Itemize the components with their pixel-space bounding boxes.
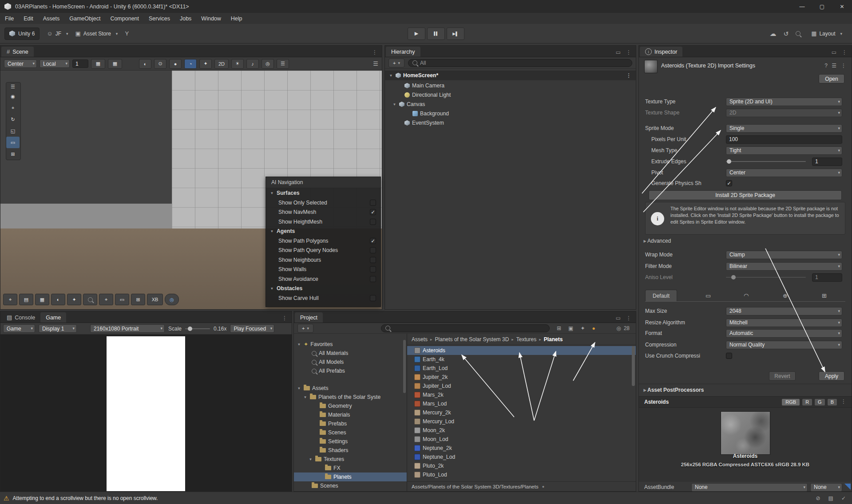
rotate-tool[interactable]: ↻ — [6, 114, 20, 125]
hierarchy-item-canvas[interactable]: Canvas — [385, 100, 636, 109]
focus-dropdown[interactable]: Play Focused — [230, 324, 274, 333]
maximize-button[interactable]: ▢ — [812, 0, 832, 13]
tree-shaders[interactable]: Shaders — [294, 446, 407, 455]
advanced-foldout[interactable]: Advanced — [639, 236, 852, 245]
help-icon[interactable]: ? — [824, 63, 828, 69]
mesh-type-dropdown[interactable]: Tight — [726, 146, 842, 155]
channel-g-button[interactable]: G — [814, 398, 825, 406]
console-status-icon[interactable]: ▤ — [828, 495, 833, 501]
project-menu-icon[interactable]: ⋮ — [626, 315, 631, 321]
use-crunch-checkbox[interactable] — [726, 353, 732, 359]
checkbox[interactable] — [370, 295, 376, 301]
favorites-header[interactable]: ✦Favorites — [294, 340, 407, 349]
tree-scenes[interactable]: Scenes — [294, 428, 407, 437]
hierarchy-menu-icon[interactable]: ⋮ — [626, 49, 631, 55]
step-button[interactable]: ▶▌ — [447, 28, 464, 40]
project-create-button[interactable]: + — [297, 324, 313, 333]
tab-scene[interactable]: # Scene — [1, 47, 34, 57]
menu-edit[interactable]: Edit — [19, 16, 38, 22]
extrude-edges-slider[interactable] — [726, 161, 806, 162]
rect-tool[interactable]: ▭ — [6, 137, 20, 148]
gizmo-search-button[interactable] — [83, 294, 97, 305]
tree-settings-root[interactable]: Settings — [294, 490, 407, 491]
transform-tool[interactable]: ⊞ — [6, 148, 20, 160]
channel-rgb-button[interactable]: RGB — [781, 398, 800, 406]
checkbox[interactable]: ✓ — [370, 209, 376, 215]
checkbox[interactable] — [370, 276, 376, 282]
format-dropdown[interactable]: Automatic — [726, 329, 842, 338]
platform-web-icon[interactable]: ⊕ — [783, 292, 788, 299]
search-icon[interactable] — [796, 31, 800, 36]
file-row[interactable]: Neptune_2k — [407, 444, 636, 453]
scene-overlay-menu-icon[interactable]: ☰ — [373, 60, 378, 67]
revert-button[interactable]: Revert — [769, 371, 796, 381]
file-row[interactable]: Earth_Lod — [407, 364, 636, 373]
platform-standalone-icon[interactable]: ▭ — [705, 292, 711, 299]
platform-default-tab[interactable]: Default — [645, 290, 677, 301]
hierarchy-item-background[interactable]: Background — [385, 109, 636, 118]
ai-nav-section-agents[interactable]: Agents — [266, 227, 380, 236]
tree-assets[interactable]: Assets — [294, 384, 407, 393]
file-row[interactable]: Mars_Lod — [407, 399, 636, 408]
hierarchy-item-directional-light[interactable]: Directional Light — [385, 91, 636, 99]
max-size-dropdown[interactable]: 2048 — [726, 307, 842, 315]
minimize-button[interactable]: — — [792, 0, 812, 13]
header-menu-icon[interactable]: ⋮ — [841, 63, 846, 69]
tree-fx[interactable]: FX — [294, 464, 407, 472]
effects-toggle[interactable]: ✦ — [199, 59, 212, 69]
hierarchy-item-eventsystem[interactable]: EventSystem — [385, 118, 636, 127]
open-asset-icon[interactable]: ⊞ — [557, 325, 561, 331]
file-row[interactable]: Mercury_Lod — [407, 417, 636, 426]
background-tasks-icon[interactable]: ✓ — [841, 495, 846, 501]
open-button[interactable]: Open — [819, 74, 844, 83]
file-row-asteroids[interactable]: Asteroids — [407, 346, 636, 355]
xb-button[interactable]: XB — [147, 294, 163, 305]
breadcrumb-planets-pkg[interactable]: Planets of the Solar System 3D — [435, 336, 509, 343]
menu-assets[interactable]: Assets — [38, 16, 65, 22]
tab-inspector[interactable]: Inspector — [640, 47, 682, 57]
grid-snap-toggle[interactable]: ▦ — [91, 59, 105, 69]
gizmo-camera-icon[interactable]: ▭ — [115, 294, 129, 305]
pause-button[interactable]: ▌▌ — [427, 28, 445, 40]
file-row[interactable]: Jupiter_2k — [407, 373, 636, 382]
tree-planets-solar-system[interactable]: Planets of the Solar Syste — [294, 393, 407, 402]
tree-materials[interactable]: Materials — [294, 410, 407, 419]
menu-component[interactable]: Component — [105, 16, 144, 22]
asset-postprocessors-foldout[interactable]: Asset PostProcessors — [639, 386, 852, 394]
file-row[interactable]: Jupiter_Lod — [407, 382, 636, 390]
display-dropdown[interactable]: Display 1 — [39, 324, 77, 333]
resolution-dropdown[interactable]: 2160x1080 Portrait — [90, 324, 165, 333]
layout-dropdown[interactable]: ▦ Layout — [808, 28, 846, 39]
generate-physics-checkbox[interactable]: ✓ — [726, 180, 732, 186]
checkbox[interactable] — [370, 266, 376, 272]
move-tool[interactable]: ⌖ — [6, 102, 20, 114]
tree-scenes-root[interactable]: Scenes — [294, 481, 407, 490]
asset-bundle-variant-dropdown[interactable]: None — [810, 483, 842, 492]
menu-jobs[interactable]: Jobs — [175, 16, 196, 22]
sphere-toggle[interactable]: ● — [169, 59, 182, 69]
eye-icon[interactable]: ◎ — [616, 325, 621, 331]
tab-hierarchy[interactable]: Hierarchy — [386, 47, 420, 57]
hierarchy-item-main-camera[interactable]: Main Camera — [385, 81, 636, 90]
account-dropdown[interactable]: ☺ JF — [43, 28, 71, 39]
tab-console[interactable]: ▤Console — [1, 312, 40, 323]
file-row[interactable]: Pluto_2k — [407, 461, 636, 470]
checkbox[interactable] — [370, 200, 376, 206]
tree-scrollbar[interactable] — [403, 340, 406, 393]
file-row[interactable]: Moon_Lod — [407, 435, 636, 444]
sprite-mode-dropdown[interactable]: Single — [726, 124, 842, 133]
history-icon[interactable]: ↺ — [783, 30, 789, 37]
breadcrumb-planets[interactable]: Planets — [544, 336, 563, 343]
pivot-dropdown[interactable]: Center — [4, 59, 37, 68]
game-viewport[interactable] — [0, 335, 292, 491]
favorite-all-materials[interactable]: All Materials — [294, 349, 407, 358]
close-button[interactable]: ✕ — [832, 0, 852, 13]
breadcrumb-assets[interactable]: Assets — [412, 336, 428, 343]
file-row[interactable]: Moon_2k — [407, 426, 636, 435]
ai-nav-section-obstacles[interactable]: Obstacles — [266, 284, 380, 293]
extrude-edges-field[interactable]: 1 — [812, 158, 842, 166]
project-lock-icon[interactable]: ▭ — [616, 315, 621, 321]
menu-file[interactable]: File — [0, 16, 19, 22]
hidden-info-icon[interactable]: ● — [592, 325, 595, 331]
cloud-icon[interactable]: ☁ — [769, 30, 776, 38]
